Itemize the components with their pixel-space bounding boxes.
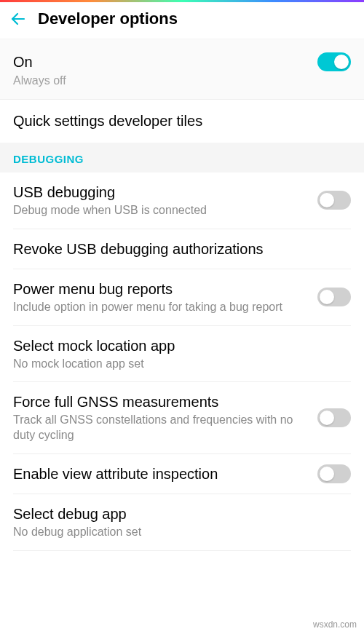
app-header: Developer options	[0, 2, 364, 39]
debug-app-title: Select debug app	[13, 504, 342, 523]
mock-location-title: Select mock location app	[13, 336, 342, 355]
watermark: wsxdn.com	[313, 619, 357, 630]
view-attribute-row[interactable]: Enable view attribute inspection	[0, 454, 364, 494]
master-toggle-row[interactable]: On	[0, 39, 364, 74]
master-toggle-label: On	[13, 54, 33, 71]
power-menu-sub: Include option in power menu for taking …	[13, 300, 309, 315]
debug-app-sub: No debug application set	[13, 525, 342, 540]
divider	[13, 550, 351, 551]
revoke-auth-row[interactable]: Revoke USB debugging authorizations	[0, 229, 364, 269]
back-arrow-icon[interactable]	[9, 9, 28, 28]
master-toggle-switch[interactable]	[317, 52, 351, 71]
quick-settings-tiles-row[interactable]: Quick settings developer tiles	[0, 100, 364, 143]
gnss-row[interactable]: Force full GNSS measurements Track all G…	[0, 382, 364, 453]
usb-debugging-switch[interactable]	[317, 191, 351, 210]
view-attribute-switch[interactable]	[317, 464, 351, 483]
mock-location-row[interactable]: Select mock location app No mock locatio…	[0, 326, 364, 382]
revoke-auth-title: Revoke USB debugging authorizations	[13, 239, 342, 258]
usb-debugging-title: USB debugging	[13, 183, 309, 202]
gnss-sub: Track all GNSS constellations and freque…	[13, 413, 309, 443]
gnss-title: Force full GNSS measurements	[13, 392, 309, 411]
page-title: Developer options	[38, 9, 178, 28]
usb-debugging-row[interactable]: USB debugging Debug mode when USB is con…	[0, 173, 364, 229]
debug-app-row[interactable]: Select debug app No debug application se…	[0, 494, 364, 550]
power-menu-title: Power menu bug reports	[13, 280, 309, 298]
power-menu-row[interactable]: Power menu bug reports Include option in…	[0, 269, 364, 325]
gnss-switch[interactable]	[317, 408, 351, 427]
section-header-debugging: DEBUGGING	[0, 143, 364, 173]
usb-debugging-sub: Debug mode when USB is connected	[13, 203, 309, 218]
mock-location-sub: No mock location app set	[13, 357, 342, 372]
view-attribute-title: Enable view attribute inspection	[13, 464, 309, 483]
previous-item-cutoff: Always off	[0, 74, 364, 99]
power-menu-switch[interactable]	[317, 288, 351, 306]
